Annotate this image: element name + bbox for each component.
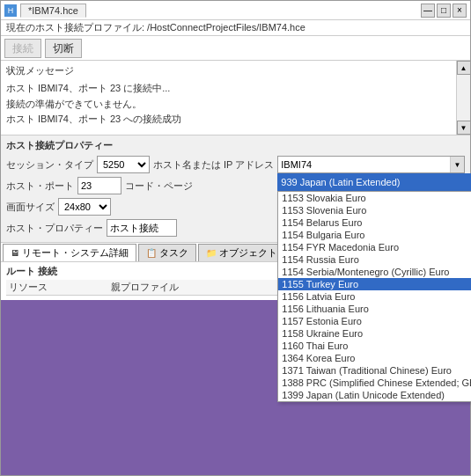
properties-title: ホスト接続プロパティー	[6, 139, 465, 152]
host-label: ホスト名または IP アドレス	[153, 158, 274, 172]
code-page-selected[interactable]: 939 Japan (Latin Extended) ▼	[277, 173, 471, 191]
status-message-1: ホスト IBMI74、ポート 23 に接続中...	[6, 81, 465, 97]
routes-col-parent: 親プロファイル	[108, 280, 277, 296]
session-host-row: セッション・タイプ 5250 ホスト名または IP アドレス ▼ 939 Jap…	[6, 156, 465, 173]
dropdown-item[interactable]: 1399 Japan (Latin Unicode Extended)	[278, 389, 471, 401]
dropdown-item[interactable]: 1154 Bulgaria Euro	[278, 229, 471, 241]
tab-remote-system[interactable]: 🖥 リモート・システム詳細	[3, 244, 136, 261]
host-input-container: ▼ 939 Japan (Latin Extended) ▼ 1153 Slov…	[277, 156, 465, 173]
objects-icon: 📁	[206, 248, 217, 258]
dropdown-item[interactable]: 1154 Russia Euro	[278, 253, 471, 266]
session-type-label: セッション・タイプ	[6, 158, 93, 172]
status-message-2: 接続の準備ができていません。	[6, 97, 465, 113]
tab-remote-system-label: リモート・システム詳細	[22, 246, 129, 260]
title-controls: — □ ×	[421, 4, 467, 18]
host-input[interactable]	[278, 157, 450, 172]
properties-section: ホスト接続プロパティー セッション・タイプ 5250 ホスト名または IP アド…	[1, 135, 470, 242]
dropdown-item[interactable]: 1158 Ukraine Euro	[278, 327, 471, 340]
dropdown-item[interactable]: 1154 FYR Macedonia Euro	[278, 241, 471, 253]
dropdown-item[interactable]: 1160 Thai Euro	[278, 340, 471, 352]
toolbar: 接続 切断	[1, 36, 470, 61]
dropdown-item[interactable]: 1153 Slovenia Euro	[278, 204, 471, 216]
status-messages: ホスト IBMI74、ポート 23 に接続中... 接続の準備ができていません。…	[6, 79, 465, 129]
title-bar-left: H *IBM74.hce	[4, 4, 86, 18]
code-page-dropdown: 939 Japan (Latin Extended) ▼ 1153 Slovak…	[277, 173, 471, 191]
scroll-down-arrow[interactable]: ▼	[457, 121, 471, 135]
dropdown-items: 1153 Slovakia Euro1153 Slovenia Euro1154…	[278, 192, 471, 401]
scroll-thumb[interactable]	[457, 75, 470, 121]
dropdown-item[interactable]: 1154 Serbia/Montenegro (Cyrillic) Euro	[278, 266, 471, 278]
dropdown-item[interactable]: 1157 Estonia Euro	[278, 315, 471, 327]
screen-size-select[interactable]: 24x80	[58, 198, 111, 216]
dropdown-item[interactable]: 1156 Latvia Euro	[278, 290, 471, 303]
title-bar: H *IBM74.hce — □ ×	[1, 1, 470, 20]
window-tab[interactable]: *IBM74.hce	[20, 4, 86, 18]
scroll-up-arrow[interactable]: ▲	[457, 61, 471, 75]
remote-system-icon: 🖥	[11, 248, 19, 258]
tasks-icon: 📋	[146, 248, 157, 258]
dropdown-item[interactable]: 1154 Belarus Euro	[278, 216, 471, 229]
dropdown-item[interactable]: 1364 Korea Euro	[278, 352, 471, 364]
tab-tasks[interactable]: 📋 タスク	[138, 244, 196, 261]
host-prop-input[interactable]	[107, 219, 177, 237]
host-dropdown-arrow[interactable]: ▼	[450, 157, 464, 172]
routes-col-resource: リソース	[6, 280, 108, 296]
routes-cell-parent	[108, 296, 277, 298]
dropdown-item[interactable]: 1156 Lithuania Euro	[278, 303, 471, 315]
disconnect-button[interactable]: 切断	[45, 39, 82, 58]
host-dropdown-wrapper: ▼	[277, 156, 465, 173]
minimize-button[interactable]: —	[421, 4, 435, 18]
screen-size-label: 画面サイズ	[6, 201, 55, 214]
status-label: 状況メッセージ	[6, 64, 465, 77]
tab-objects-label: オブジェクト	[219, 246, 277, 260]
session-type-select[interactable]: 5250	[97, 156, 150, 173]
selected-code-page-text: 939 Japan (Latin Extended)	[281, 177, 471, 187]
tab-tasks-label: タスク	[159, 246, 188, 260]
close-button[interactable]: ×	[453, 4, 467, 18]
dropdown-item[interactable]: 1153 Slovakia Euro	[278, 192, 471, 204]
status-scrollbar: ▲ ▼	[456, 61, 470, 135]
maximize-button[interactable]: □	[437, 4, 451, 18]
port-label: ホスト・ポート	[6, 179, 74, 193]
connect-button[interactable]: 接続	[4, 39, 41, 58]
status-message-3: ホスト IBMI74、ポート 23 への接続成功	[6, 112, 465, 128]
dropdown-item[interactable]: 1155 Turkey Euro	[278, 278, 471, 290]
dropdown-list: 1153 Slovakia Euro1153 Slovenia Euro1154…	[277, 191, 471, 402]
dropdown-item[interactable]: 1388 PRC (Simplified Chinese Extended; G…	[278, 377, 471, 389]
host-prop-label: ホスト・プロパティー	[6, 222, 103, 235]
profile-bar: 現在のホスト接続プロファイル: /HostConnectProjectFiles…	[1, 20, 470, 36]
tab-objects[interactable]: 📁 オブジェクト	[198, 244, 285, 261]
profile-path: 現在のホスト接続プロファイル: /HostConnectProjectFiles…	[6, 21, 305, 34]
routes-cell-resource	[6, 296, 108, 298]
main-window: H *IBM74.hce — □ × 現在のホスト接続プロファイル: /Host…	[0, 0, 471, 476]
window-icon: H	[4, 4, 17, 17]
status-section: 状況メッセージ ホスト IBMI74、ポート 23 に接続中... 接続の準備が…	[1, 61, 470, 135]
dropdown-list-inner: 1153 Slovakia Euro1153 Slovenia Euro1154…	[278, 192, 471, 401]
dropdown-item[interactable]: 1371 Taiwan (Traditional Chinese) Euro	[278, 364, 471, 377]
code-page-label: コード・ページ	[125, 179, 193, 193]
port-input[interactable]	[77, 177, 121, 194]
